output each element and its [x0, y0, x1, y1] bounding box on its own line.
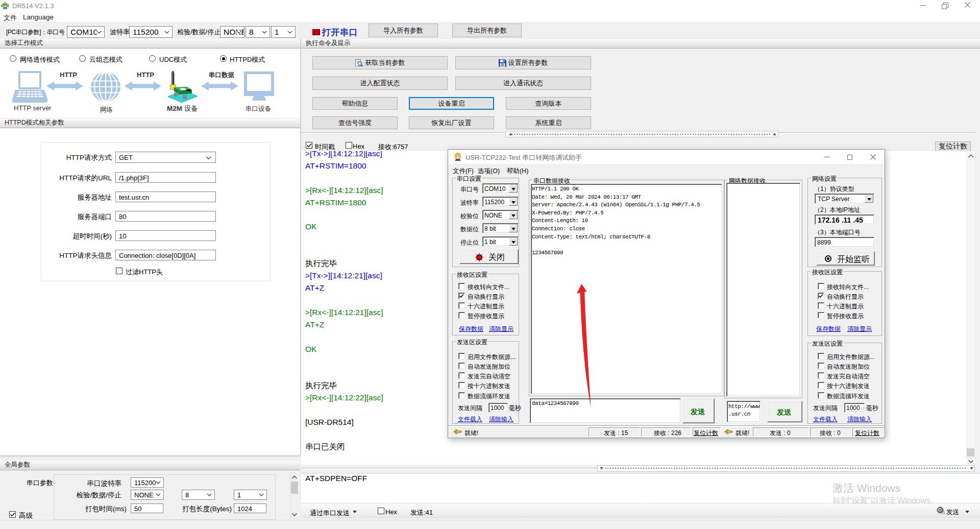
svg-text:HTTP server: HTTP server: [14, 104, 52, 112]
svg-text:HTTP: HTTP: [137, 71, 154, 79]
svg-text:串口设备: 串口设备: [246, 105, 272, 112]
svg-text:HTTP: HTTP: [60, 71, 77, 79]
svg-text:M2M 设备: M2M 设备: [167, 105, 198, 112]
svg-text:串口数据: 串口数据: [209, 71, 235, 79]
svg-text:网络: 网络: [100, 106, 113, 113]
